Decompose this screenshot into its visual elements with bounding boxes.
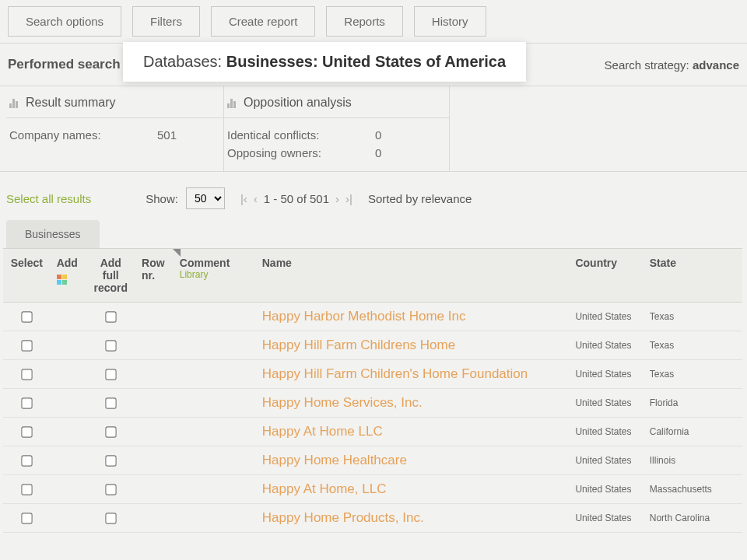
search-options-button[interactable]: Search options (8, 6, 121, 37)
row-name[interactable]: Happy Home Services, Inc. (256, 389, 570, 418)
row-addfull-checkbox[interactable] (106, 513, 117, 523)
row-name[interactable]: Happy Hill Farm Children's Home Foundati… (256, 360, 570, 389)
company-names-label: Company names: (9, 128, 126, 142)
databases-chip: Databases: Businesses: United States of … (123, 42, 526, 82)
col-state[interactable]: State (644, 249, 742, 303)
bar-chart-icon (9, 97, 18, 108)
strategy-value: advance (693, 58, 739, 72)
row-country: United States (569, 303, 643, 331)
row-name[interactable]: Happy Home Products, Inc. (256, 504, 570, 533)
paginator: |‹ ‹ 1 - 50 of 501 › ›| (240, 192, 352, 205)
first-page-icon[interactable]: |‹ (240, 192, 247, 205)
row-select-checkbox[interactable] (22, 311, 33, 322)
row-country: United States (569, 475, 643, 504)
col-name[interactable]: Name (256, 249, 570, 303)
opposing-owners-label: Opposing owners: (227, 146, 344, 159)
filters-button[interactable]: Filters (132, 6, 200, 37)
reports-button[interactable]: Reports (326, 6, 403, 37)
show-label: Show: (146, 192, 178, 205)
top-toolbar: Search options Filters Create report Rep… (0, 0, 747, 43)
row-addfull-checkbox[interactable] (106, 397, 117, 408)
table-row: Happy Home Services, Inc.United StatesFl… (3, 389, 742, 418)
performed-search-title: Performed search (8, 57, 124, 72)
sorted-by-label: Sorted by relevance (368, 192, 472, 205)
row-country: United States (569, 389, 643, 418)
search-strategy: Search strategy: advance (605, 58, 739, 72)
row-name[interactable]: Happy At Home, LLC (256, 475, 570, 504)
row-country: United States (569, 418, 643, 446)
result-tabs: Businesses (0, 220, 747, 248)
identical-conflicts-label: Identical conflicts: (227, 128, 344, 142)
row-state: Illinois (644, 446, 742, 475)
opposition-title: Opposition analysis (244, 96, 352, 110)
table-row: Happy Home HealthcareUnited StatesIllino… (3, 446, 742, 475)
row-addfull-checkbox[interactable] (106, 311, 117, 322)
add-grid-icon (57, 275, 67, 285)
col-country[interactable]: Country (569, 249, 643, 303)
row-country: United States (569, 360, 643, 389)
row-state: North Carolina (644, 504, 742, 533)
row-country: United States (569, 504, 643, 533)
page-range: 1 - 50 of 501 (264, 192, 329, 205)
table-row: Happy Home Products, Inc.United StatesNo… (3, 504, 742, 533)
table-row: Happy Harbor Methodist Home IncUnited St… (3, 303, 742, 331)
row-name[interactable]: Happy Hill Farm Childrens Home (256, 331, 570, 360)
row-addfull-checkbox[interactable] (106, 340, 117, 351)
row-country: United States (569, 331, 643, 360)
page-size-select[interactable]: 50 (186, 187, 225, 209)
row-select-checkbox[interactable] (22, 455, 33, 466)
col-select[interactable]: Select (3, 249, 51, 303)
result-summary-title: Result summary (26, 96, 116, 110)
page-size-control: Show: 50 (146, 187, 225, 209)
result-summary-block: Result summary Company names: 501 (6, 86, 224, 171)
results-table: Select Add Add full record Row nr. Comme… (3, 248, 742, 533)
row-state: Texas (644, 360, 742, 389)
row-state: Florida (644, 389, 742, 418)
history-button[interactable]: History (414, 6, 486, 37)
bar-chart-icon (227, 97, 236, 108)
row-name[interactable]: Happy Home Healthcare (256, 446, 570, 475)
row-state: Massachusetts (644, 475, 742, 504)
last-page-icon[interactable]: ›| (345, 192, 352, 205)
summary-row: Result summary Company names: 501 Opposi… (0, 86, 747, 171)
select-all-link[interactable]: Select all results (6, 192, 91, 205)
row-name[interactable]: Happy At Home LLC (256, 418, 570, 446)
row-state: Texas (644, 331, 742, 360)
row-state: Texas (644, 303, 742, 331)
opposition-block: Opposition analysis Identical conflicts:… (224, 86, 450, 171)
row-country: United States (569, 446, 643, 475)
company-names-value: 501 (157, 128, 177, 142)
opposing-owners-value: 0 (375, 146, 381, 159)
databases-label: Databases: (143, 53, 226, 70)
col-comment[interactable]: Comment Library (174, 249, 256, 303)
row-addfull-checkbox[interactable] (106, 484, 117, 495)
next-page-icon[interactable]: › (335, 192, 339, 205)
table-row: Happy Hill Farm Childrens HomeUnited Sta… (3, 331, 742, 360)
performed-search-bar: Performed search Databases: Businesses: … (0, 43, 747, 86)
row-addfull-checkbox[interactable] (106, 369, 117, 380)
col-add-full[interactable]: Add full record (86, 249, 135, 303)
table-row: Happy At Home, LLCUnited StatesMassachus… (3, 475, 742, 504)
prev-page-icon[interactable]: ‹ (254, 192, 258, 205)
row-select-checkbox[interactable] (22, 484, 33, 495)
row-name[interactable]: Happy Harbor Methodist Home Inc (256, 303, 570, 331)
row-select-checkbox[interactable] (22, 426, 33, 437)
col-add[interactable]: Add (51, 249, 86, 303)
table-row: Happy Hill Farm Children's Home Foundati… (3, 360, 742, 389)
list-controls: Select all results Show: 50 |‹ ‹ 1 - 50 … (0, 171, 747, 220)
databases-value: Businesses: United States of America (226, 53, 506, 70)
row-select-checkbox[interactable] (22, 397, 33, 408)
identical-conflicts-value: 0 (375, 128, 381, 142)
row-addfull-checkbox[interactable] (106, 455, 117, 466)
row-select-checkbox[interactable] (22, 513, 33, 523)
row-select-checkbox[interactable] (22, 369, 33, 380)
sort-indicator-icon (173, 249, 181, 257)
create-report-button[interactable]: Create report (211, 6, 315, 37)
row-state: California (644, 418, 742, 446)
table-row: Happy At Home LLCUnited StatesCalifornia (3, 418, 742, 446)
row-addfull-checkbox[interactable] (106, 426, 117, 437)
tab-businesses[interactable]: Businesses (6, 220, 100, 248)
strategy-label: Search strategy: (605, 58, 693, 72)
row-select-checkbox[interactable] (22, 340, 33, 351)
col-row-nr[interactable]: Row nr. (135, 249, 174, 303)
